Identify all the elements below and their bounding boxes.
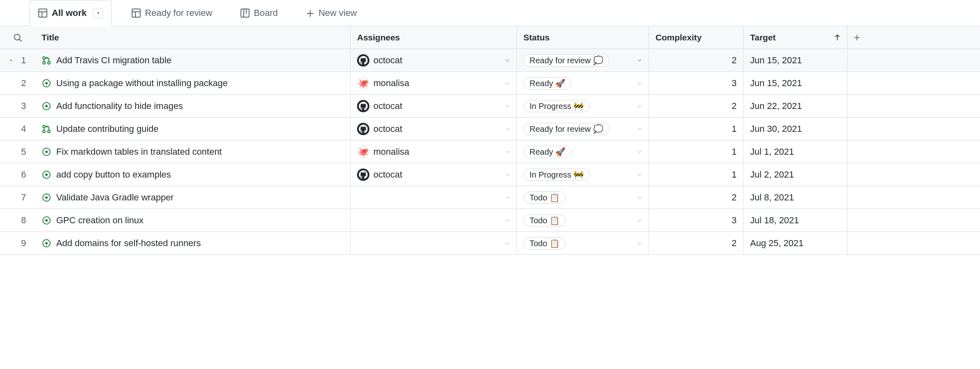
board-icon (240, 8, 250, 18)
cell-assignees[interactable] (350, 209, 516, 231)
cell-title[interactable]: Validate Java Gradle wrapper (35, 186, 350, 209)
cell-target[interactable]: Jun 30, 2021 (743, 118, 847, 140)
table-row[interactable]: 5Fix markdown tables in translated conte… (0, 140, 980, 163)
chevron-down-icon[interactable] (636, 126, 643, 132)
row-number: 6 (0, 163, 35, 186)
cell-complexity[interactable]: 1 (649, 140, 743, 163)
cell-complexity[interactable]: 2 (649, 49, 743, 71)
cell-assignees[interactable]: octocat (350, 95, 516, 117)
column-header-complexity[interactable]: Complexity (649, 26, 743, 49)
chevron-down-icon[interactable] (504, 240, 511, 247)
tab-board[interactable]: Board (232, 0, 286, 26)
sort-ascending-icon (833, 33, 841, 42)
cell-status[interactable]: Todo 📋 (516, 209, 649, 231)
column-header-status[interactable]: Status (516, 26, 649, 49)
column-header-target[interactable]: Target (743, 26, 847, 49)
status-badge: Todo 📋 (523, 214, 566, 227)
tab-menu-button[interactable] (93, 8, 103, 18)
cell-title[interactable]: add copy button to examples (35, 163, 350, 186)
cell-target[interactable]: Aug 25, 2021 (743, 232, 847, 254)
cell-assignees[interactable]: octocat (350, 49, 516, 71)
cell-assignees[interactable]: octocat (350, 118, 516, 140)
cell-target[interactable]: Jun 22, 2021 (743, 95, 847, 117)
tab-all-work[interactable]: All work (29, 0, 112, 26)
cell-assignees[interactable]: octocat (350, 163, 516, 186)
chevron-down-icon[interactable] (636, 217, 643, 224)
search-button[interactable] (0, 26, 35, 49)
tab-ready-for-review[interactable]: Ready for review (123, 0, 221, 26)
add-column-button[interactable] (847, 26, 866, 49)
chevron-down-icon[interactable] (636, 149, 643, 155)
cell-complexity[interactable]: 1 (649, 163, 743, 186)
chevron-down-icon[interactable] (636, 80, 643, 87)
chevron-down-icon[interactable] (636, 57, 643, 64)
chevron-down-icon[interactable] (636, 240, 643, 247)
cell-assignees[interactable]: 🐙monalisa (350, 140, 516, 163)
chevron-down-icon[interactable] (504, 80, 511, 87)
cell-target[interactable]: Jul 18, 2021 (743, 209, 847, 231)
cell-complexity[interactable]: 2 (649, 232, 743, 254)
table-row[interactable]: 3Add functionality to hide imagesoctocat… (0, 95, 980, 118)
cell-assignees[interactable]: 🐙monalisa (350, 72, 516, 94)
table-row[interactable]: 2Using a package without installing pack… (0, 72, 980, 95)
assignee-name: monalisa (373, 78, 409, 89)
cell-status[interactable]: Ready for review 💭 (516, 49, 649, 71)
assignee-name: octocat (373, 124, 402, 134)
cell-target[interactable]: Jun 15, 2021 (743, 72, 847, 94)
issue-title: add copy button to examples (56, 169, 171, 180)
row-number: 2 (0, 72, 35, 94)
cell-status[interactable]: Todo 📋 (516, 186, 649, 209)
cell-target[interactable]: Jul 8, 2021 (743, 186, 847, 209)
cell-complexity[interactable]: 3 (649, 209, 743, 231)
tabs-bar: All work Ready for review Board New view (0, 0, 980, 26)
chevron-down-icon[interactable] (504, 126, 511, 132)
table-row[interactable]: 9Add domains for self-hosted runnersTodo… (0, 232, 980, 255)
cell-title[interactable]: Update contributing guide (35, 118, 350, 140)
cell-title[interactable]: Add domains for self-hosted runners (35, 232, 350, 254)
table-row[interactable]: 4Update contributing guideoctocatReady f… (0, 118, 980, 140)
chevron-down-icon[interactable] (636, 103, 643, 109)
column-header-assignees[interactable]: Assignees (350, 26, 516, 49)
chevron-down-icon[interactable] (636, 194, 643, 201)
table-row[interactable]: 7Validate Java Gradle wrapperTodo 📋2Jul … (0, 186, 980, 209)
table-row[interactable]: 6add copy button to examplesoctocatIn Pr… (0, 163, 980, 186)
cell-complexity[interactable]: 3 (649, 72, 743, 94)
chevron-down-icon[interactable] (504, 194, 511, 201)
cell-status[interactable]: Ready 🚀 (516, 140, 649, 163)
table-row[interactable]: 1Add Travis CI migration tableoctocatRea… (0, 49, 980, 72)
table-row[interactable]: 8GPC creation on linuxTodo 📋3Jul 18, 202… (0, 209, 980, 232)
cell-target[interactable]: Jul 1, 2021 (743, 140, 847, 163)
cell-complexity[interactable]: 1 (649, 118, 743, 140)
chevron-down-icon[interactable] (636, 171, 643, 178)
cell-target[interactable]: Jul 2, 2021 (743, 163, 847, 186)
git-pull-request-icon (42, 56, 51, 65)
cell-title[interactable]: Fix markdown tables in translated conten… (35, 140, 350, 163)
cell-target[interactable]: Jun 15, 2021 (743, 49, 847, 71)
cell-title[interactable]: Using a package without installing packa… (35, 72, 350, 94)
column-header-title[interactable]: Title (35, 26, 350, 49)
cell-title[interactable]: Add Travis CI migration table (35, 49, 350, 71)
chevron-down-icon[interactable] (504, 57, 511, 64)
assignee-name: octocat (373, 55, 402, 66)
chevron-down-icon[interactable] (8, 58, 14, 63)
chevron-down-icon[interactable] (504, 217, 511, 224)
cell-status[interactable]: In Progress 🚧 (516, 163, 649, 186)
chevron-down-icon[interactable] (504, 171, 511, 178)
cell-complexity[interactable]: 2 (649, 95, 743, 117)
tab-new-view[interactable]: New view (297, 0, 365, 26)
cell-status[interactable]: In Progress 🚧 (516, 95, 649, 117)
cell-status[interactable]: Ready for review 💭 (516, 118, 649, 140)
cell-title[interactable]: Add functionality to hide images (35, 95, 350, 117)
cell-assignees[interactable] (350, 232, 516, 254)
cell-title[interactable]: GPC creation on linux (35, 209, 350, 231)
row-number: 9 (0, 232, 35, 254)
assignee-name: octocat (373, 101, 402, 111)
table-icon (131, 8, 141, 18)
cell-assignees[interactable] (350, 186, 516, 209)
cell-status[interactable]: Ready 🚀 (516, 72, 649, 94)
cell-complexity[interactable]: 2 (649, 186, 743, 209)
chevron-down-icon[interactable] (504, 149, 511, 155)
cell-status[interactable]: Todo 📋 (516, 232, 649, 254)
chevron-down-icon[interactable] (504, 103, 511, 109)
row-number: 3 (0, 95, 35, 117)
